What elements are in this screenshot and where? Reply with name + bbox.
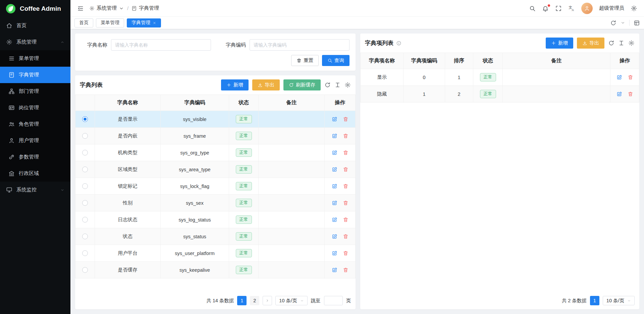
refresh-cache-button[interactable]: 刷新缓存 [283, 79, 321, 90]
tabs-dropdown-icon[interactable] [621, 20, 625, 25]
table-settings-icon[interactable] [628, 40, 635, 46]
sidebar-item-param-management[interactable]: 参数管理 [0, 149, 70, 165]
text-size-icon[interactable] [334, 82, 341, 88]
table-row[interactable]: 区域类型 sys_area_type 正常 [75, 161, 356, 178]
sidebar-item-dept-management[interactable]: 部门管理 [0, 83, 70, 100]
table-row[interactable]: 状态 sys_status 正常 [75, 228, 356, 245]
notification-bell[interactable] [542, 5, 549, 12]
delete-icon[interactable] [343, 234, 348, 239]
table-row[interactable]: 用户平台 sys_user_platform 正常 [75, 245, 356, 262]
table-row[interactable]: 是否内嵌 sys_frame 正常 [75, 128, 356, 144]
close-icon[interactable] [153, 21, 156, 25]
row-radio[interactable] [82, 150, 88, 155]
edit-icon[interactable] [332, 250, 337, 256]
cell-remark [259, 262, 325, 278]
row-radio[interactable] [82, 116, 88, 122]
dict-code-input[interactable] [250, 39, 350, 51]
tab-dict-management[interactable]: 字典管理 [127, 18, 161, 27]
sidebar-item-dict-management[interactable]: 字典管理 [0, 67, 70, 83]
sidebar-item-role-management[interactable]: 角色管理 [0, 116, 70, 132]
sidebar-item-menu-management[interactable]: 菜单管理 [0, 50, 70, 67]
row-radio[interactable] [82, 183, 88, 189]
delete-icon[interactable] [343, 133, 348, 139]
breadcrumb-item-dict[interactable]: 字典管理 [131, 5, 159, 11]
delete-icon[interactable] [343, 250, 348, 256]
breadcrumb-item-system[interactable]: 系统管理 [89, 5, 124, 11]
table-row[interactable]: 锁定标记 sys_lock_flag 正常 [75, 178, 356, 195]
table-row[interactable]: 显示 0 1 正常 [361, 69, 639, 86]
edit-icon[interactable] [616, 91, 622, 97]
table-row[interactable]: 性别 sys_sex 正常 [75, 195, 356, 211]
delete-icon[interactable] [343, 116, 348, 122]
row-radio[interactable] [82, 250, 88, 256]
delete-icon[interactable] [343, 150, 348, 155]
sidebar-item-user-management[interactable]: 用户管理 [0, 132, 70, 149]
tab-menu-management[interactable]: 菜单管理 [96, 18, 124, 27]
row-radio[interactable] [82, 133, 88, 139]
table-row[interactable]: 是否显示 sys_visible 正常 [75, 111, 356, 128]
layout-icon[interactable] [634, 20, 640, 26]
edit-icon[interactable] [332, 150, 337, 155]
edit-icon[interactable] [332, 200, 337, 206]
row-radio[interactable] [82, 217, 88, 223]
export-button[interactable]: 导出 [252, 79, 280, 90]
table-row[interactable]: 日志状态 sys_log_status 正常 [75, 211, 356, 228]
row-radio[interactable] [82, 200, 88, 206]
add-item-button[interactable]: 新增 [546, 38, 573, 49]
search-icon[interactable] [529, 5, 536, 12]
reload-table-icon[interactable] [324, 82, 331, 88]
user-name[interactable]: 超级管理员 [599, 5, 624, 11]
page-button-1[interactable]: 1 [237, 296, 247, 305]
tab-home[interactable]: 首页 [74, 18, 93, 27]
refresh-tab-icon[interactable] [610, 20, 616, 26]
delete-icon[interactable] [628, 91, 633, 97]
sidebar-item-admin-region[interactable]: 行政区域 [0, 165, 70, 182]
query-button[interactable]: 查询 [322, 55, 350, 66]
tab-label: 字典管理 [131, 20, 150, 26]
edit-icon[interactable] [332, 133, 337, 139]
sidebar-collapse-icon[interactable] [77, 5, 84, 12]
edit-icon[interactable] [332, 183, 337, 189]
sidebar-group-system-management[interactable]: 系统管理 [0, 34, 70, 50]
page-button-1[interactable]: 1 [590, 296, 599, 305]
export-item-button[interactable]: 导出 [577, 38, 604, 49]
settings-gear-icon[interactable] [631, 5, 637, 12]
row-radio[interactable] [82, 167, 88, 172]
edit-icon[interactable] [616, 74, 622, 80]
page-button-2[interactable]: 2 [250, 296, 259, 305]
edit-icon[interactable] [332, 217, 337, 223]
row-radio[interactable] [82, 234, 88, 239]
reset-button[interactable]: 重置 [291, 55, 319, 66]
delete-icon[interactable] [343, 267, 348, 273]
edit-icon[interactable] [332, 267, 337, 273]
delete-icon[interactable] [343, 183, 348, 189]
jump-page-input[interactable] [324, 296, 343, 305]
delete-icon[interactable] [343, 217, 348, 223]
delete-icon[interactable] [628, 74, 633, 80]
sidebar-item-post-management[interactable]: 岗位管理 [0, 100, 70, 116]
table-row[interactable]: 是否缓存 sys_keepalive 正常 [75, 262, 356, 278]
add-button[interactable]: 新增 [221, 79, 249, 90]
cell-remark [259, 111, 325, 128]
table-row[interactable]: 隐藏 1 2 正常 [361, 86, 639, 103]
row-radio[interactable] [82, 267, 88, 273]
delete-icon[interactable] [343, 167, 348, 172]
edit-icon[interactable] [332, 116, 337, 122]
translate-icon[interactable]: 文A [568, 5, 575, 12]
avatar[interactable] [581, 3, 593, 14]
page-size-select[interactable]: 10 条/页 [275, 296, 307, 305]
table-row[interactable]: 机构类型 sys_org_type 正常 [75, 144, 356, 161]
sidebar-group-system-monitor[interactable]: 系统监控 [0, 182, 70, 198]
edit-icon[interactable] [332, 234, 337, 239]
reload-table-icon[interactable] [608, 40, 614, 46]
app-logo[interactable]: Coffee Admin [0, 0, 70, 17]
sidebar-item-home[interactable]: 首页 [0, 17, 70, 34]
delete-icon[interactable] [343, 200, 348, 206]
next-page-button[interactable] [263, 296, 272, 305]
page-size-select[interactable]: 10 条/页 [603, 296, 635, 305]
edit-icon[interactable] [332, 167, 337, 172]
fullscreen-icon[interactable] [555, 5, 562, 12]
text-size-icon[interactable] [618, 40, 625, 46]
table-settings-icon[interactable] [344, 82, 351, 88]
dict-name-input[interactable] [111, 39, 211, 51]
